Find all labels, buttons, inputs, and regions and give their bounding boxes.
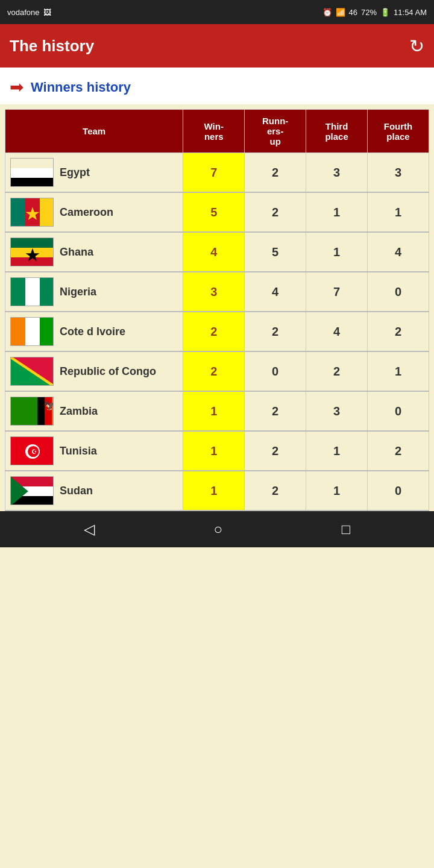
table-row: Republic of Congo2021 — [5, 351, 429, 391]
svg-rect-14 — [40, 278, 54, 306]
section-title: Winners history — [31, 80, 131, 95]
winners-table: Team Win-ners Runn-ers-up Thirdplace Fou… — [5, 109, 429, 511]
runners-up-count: 2 — [245, 391, 306, 431]
runners-up-count: 0 — [245, 351, 306, 391]
flag-icon — [10, 317, 54, 346]
fourth-place-count: 3 — [368, 153, 429, 193]
svg-text:🦅: 🦅 — [45, 400, 54, 411]
winners-count: 2 — [183, 351, 245, 391]
team-name: Tunisia — [60, 445, 97, 458]
runners-up-count: 2 — [245, 431, 306, 471]
fourth-place-count: 1 — [368, 192, 429, 232]
third-place-count: 2 — [306, 351, 368, 391]
team-cell: ☪ Tunisia — [5, 431, 183, 471]
winners-count: 3 — [183, 272, 245, 312]
svg-rect-17 — [40, 318, 54, 346]
header-third-place: Thirdplace — [306, 110, 368, 153]
arrow-icon: ➡ — [10, 77, 24, 97]
fourth-place-count: 0 — [368, 391, 429, 431]
fourth-place-count: 2 — [368, 431, 429, 471]
flag-icon — [10, 237, 54, 266]
recent-button[interactable]: □ — [342, 521, 351, 538]
fourth-place-count: 0 — [368, 272, 429, 312]
flag-icon — [10, 198, 54, 227]
status-left: vodafone 🖼 — [7, 8, 51, 17]
fourth-place-count: 4 — [368, 232, 429, 272]
status-right: ⏰ 📶 46 72% 🔋 11:54 AM — [322, 8, 427, 17]
third-place-count: 1 — [306, 232, 368, 272]
home-button[interactable]: ○ — [213, 521, 222, 538]
svg-rect-8 — [11, 238, 54, 248]
team-cell: 🦅 Zambia — [5, 391, 183, 431]
third-place-count: 3 — [306, 391, 368, 431]
carrier-label: vodafone — [7, 8, 40, 17]
winners-count: 5 — [183, 192, 245, 232]
app-bar: The history ↻ — [0, 24, 434, 68]
svg-rect-12 — [11, 278, 25, 306]
team-name: Republic of Congo — [60, 365, 156, 378]
third-place-count: 1 — [306, 192, 368, 232]
team-name: Ghana — [60, 246, 93, 259]
flag-icon: ☪ — [10, 436, 54, 465]
flag-icon: 🦅 — [10, 397, 54, 426]
team-name: Nigeria — [60, 286, 96, 298]
svg-rect-1 — [11, 168, 54, 178]
team-cell: Republic of Congo — [5, 351, 183, 391]
team-cell: Egypt — [5, 153, 183, 193]
runners-up-count: 5 — [245, 232, 306, 272]
runners-up-count: 4 — [245, 272, 306, 312]
third-place-count: 7 — [306, 272, 368, 312]
svg-rect-4 — [11, 198, 25, 227]
table-row: Sudan1210 — [5, 471, 429, 511]
team-name: Cameroon — [60, 206, 113, 219]
team-cell: Nigeria — [5, 272, 183, 312]
team-name: Zambia — [60, 405, 98, 418]
svg-rect-6 — [40, 198, 54, 227]
time-label: 11:54 AM — [394, 8, 427, 17]
flag-icon — [10, 277, 54, 306]
section-header: ➡ Winners history — [0, 68, 434, 104]
third-place-count: 1 — [306, 431, 368, 471]
runners-up-count: 2 — [245, 471, 306, 511]
header-winners: Win-ners — [183, 110, 245, 153]
refresh-button[interactable]: ↻ — [409, 36, 424, 57]
team-cell: Sudan — [5, 471, 183, 511]
team-cell: Cameroon — [5, 192, 183, 232]
table-header-row: Team Win-ners Runn-ers-up Thirdplace Fou… — [5, 110, 429, 153]
winners-count: 7 — [183, 153, 245, 193]
app-title: The history — [10, 37, 94, 55]
team-cell: Cote d Ivoire — [5, 312, 183, 351]
fourth-place-count: 2 — [368, 312, 429, 351]
winners-count: 1 — [183, 431, 245, 471]
flag-icon — [10, 357, 54, 386]
third-place-count: 1 — [306, 471, 368, 511]
back-button[interactable]: ◁ — [84, 521, 95, 538]
fourth-place-count: 0 — [368, 471, 429, 511]
header-runners-up: Runn-ers-up — [245, 110, 306, 153]
team-name: Cote d Ivoire — [60, 326, 125, 338]
table-body: Egypt7233 Cameroon5211 Ghana4514 Nigeria… — [5, 153, 429, 511]
table-container: Team Win-ners Runn-ers-up Thirdplace Fou… — [0, 104, 434, 511]
runners-up-count: 2 — [245, 192, 306, 232]
svg-rect-2 — [11, 178, 54, 187]
battery-label: 72% — [361, 8, 377, 17]
table-row: Cote d Ivoire2242 — [5, 312, 429, 351]
svg-rect-15 — [11, 318, 25, 346]
nav-bar: ◁ ○ □ — [0, 511, 434, 547]
header-fourth-place: Fourthplace — [368, 110, 429, 153]
third-place-count: 4 — [306, 312, 368, 351]
status-bar: vodafone 🖼 ⏰ 📶 46 72% 🔋 11:54 AM — [0, 0, 434, 24]
runners-up-count: 2 — [245, 312, 306, 351]
svg-rect-13 — [25, 278, 40, 306]
runners-up-count: 2 — [245, 153, 306, 193]
flag-icon — [10, 476, 54, 505]
alarm-icon: ⏰ — [322, 8, 332, 17]
winners-count: 1 — [183, 471, 245, 511]
battery-icon: 🔋 — [380, 8, 390, 17]
third-place-count: 3 — [306, 153, 368, 193]
table-row: Egypt7233 — [5, 153, 429, 193]
winners-count: 4 — [183, 232, 245, 272]
svg-rect-10 — [11, 257, 54, 266]
svg-text:☪: ☪ — [31, 448, 37, 455]
winners-count: 2 — [183, 312, 245, 351]
